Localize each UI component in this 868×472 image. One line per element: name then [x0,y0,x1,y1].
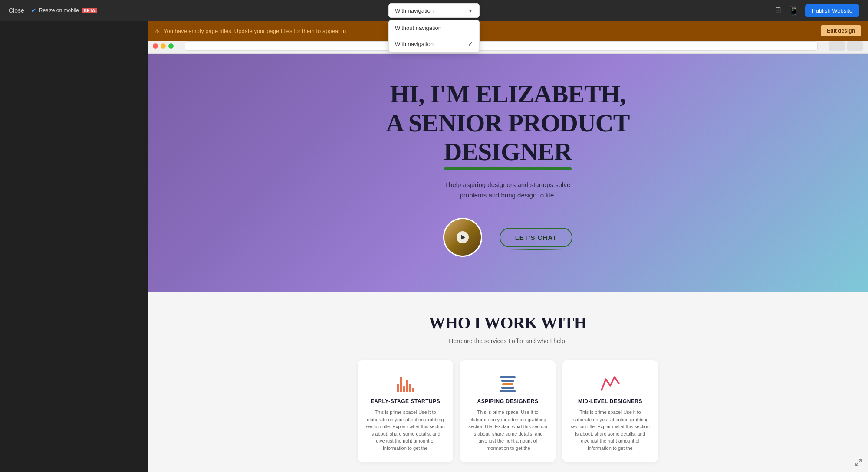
top-bar-left: Close ✔ Resize on mobile BETA [9,7,97,14]
card-midlevel-icon [570,370,650,392]
edit-design-button[interactable]: Edit design [821,25,861,36]
alert-banner: ⚠ You have empty page titles. Update you… [148,21,868,41]
chevron-down-icon: ▼ [468,8,473,14]
card-midlevel-title: MID-LEVEL DESIGNERS [570,398,650,404]
stack-line4 [501,387,514,389]
alert-left: ⚠ You have empty page titles. Update you… [155,27,346,34]
nav-selector-trigger[interactable]: With navigation ▼ [388,3,480,18]
card-startups-title: EARLY-STAGE STARTUPS [365,398,445,404]
website-content: HI, I'M ELIZABETH, A SENIOR PRODUCT DESI… [148,54,868,472]
cards-row: EARLY-STAGE STARTUPS This is prime space… [161,360,855,462]
publish-button[interactable]: Publish Website [805,4,859,17]
card-startups-icon [365,370,445,392]
expand-button[interactable] [854,458,865,469]
lets-chat-button[interactable]: LET'S CHAT [500,228,573,247]
work-section: WHO I WORK WITH Here are the services I … [148,292,868,472]
stack-line1 [500,376,516,378]
card-designers-icon [468,370,548,392]
expand-icon [854,458,863,467]
hero-title-line1: HI, I'M ELIZABETH, [386,80,630,109]
stack-line2 [501,380,514,382]
stack-line5 [500,390,516,392]
hero-title: HI, I'M ELIZABETH, A SENIOR PRODUCT DESI… [386,80,630,167]
alert-message: You have empty page titles. Update your … [164,28,346,34]
bar5 [409,384,411,392]
browser-action-1 [829,41,845,51]
nav-selector-container: With navigation ▼ Without navigation Wit… [388,3,480,18]
browser-action-2 [847,41,863,51]
card-designers: ASPIRING DESIGNERS This is prime space! … [460,360,556,462]
browser-minimize-dot [161,43,166,49]
work-section-title: WHO I WORK WITH [161,313,855,332]
browser-close-dot [153,43,158,49]
nav-option-without-label: Without navigation [395,25,441,31]
stack-line3 [502,383,513,385]
nav-selector-value: With navigation [395,7,434,14]
nav-option-without[interactable]: Without navigation [389,20,479,36]
bar-chart-icon [397,373,414,392]
resize-badge: ✔ Resize on mobile BETA [31,7,98,14]
browser-window: HI, I'M ELIZABETH, A SENIOR PRODUCT DESI… [148,38,868,472]
selected-checkmark-icon: ✓ [468,40,473,47]
card-startups-text: This is prime space! Use it to elaborate… [365,409,445,452]
desktop-icon[interactable]: 🖥 [773,6,782,16]
hero-subtitle: I help aspiring designers and startups s… [438,180,577,200]
beta-badge: BETA [82,8,97,13]
hero-title-line2: A SENIOR PRODUCT [386,109,630,138]
card-designers-title: ASPIRING DESIGNERS [468,398,548,404]
play-triangle-icon [461,235,465,240]
zigzag-icon [599,373,621,392]
nav-option-with[interactable]: With navigation ✓ [389,36,479,52]
check-icon: ✔ [31,7,36,14]
card-designers-text: This is prime space! Use it to elaborate… [468,409,548,452]
stack-lines-icon [500,376,516,392]
bar4 [406,380,408,392]
browser-actions [829,41,863,51]
card-midlevel-text: This is prime space! Use it to elaborate… [570,409,650,452]
nav-dropdown-menu: Without navigation With navigation ✓ [388,20,480,52]
close-button[interactable]: Close [9,7,24,14]
hero-section: HI, I'M ELIZABETH, A SENIOR PRODUCT DESI… [148,54,868,292]
avatar-circle[interactable] [443,218,482,257]
bar3 [403,386,405,392]
card-midlevel: MID-LEVEL DESIGNERS This is prime space!… [562,360,658,462]
left-sidebar [0,0,148,472]
hero-bottom: LET'S CHAT [443,218,573,257]
browser-url-bar[interactable] [185,41,818,51]
alert-icon: ⚠ [155,27,160,34]
browser-fullscreen-dot [168,43,174,49]
bar6 [412,388,414,392]
mobile-icon[interactable]: 📱 [788,5,799,16]
bar2 [400,377,402,392]
nav-option-with-label: With navigation [395,41,434,47]
resize-label: Resize on mobile [39,7,79,13]
bar1 [397,384,399,392]
top-bar-right: 🖥 📱 Publish Website [773,0,859,21]
play-button[interactable] [457,231,469,243]
work-section-subtitle: Here are the services I offer and who I … [161,338,855,344]
hero-title-line3: DESIGNER [444,138,572,167]
card-startups: EARLY-STAGE STARTUPS This is prime space… [358,360,453,462]
